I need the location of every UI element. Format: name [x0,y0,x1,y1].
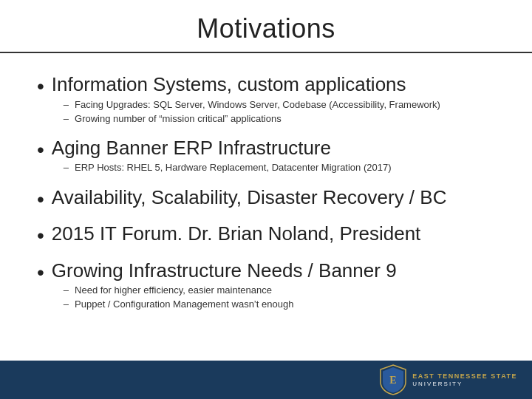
bullet-content-b3: Availability, Scalability, Disaster Reco… [52,185,447,210]
bullet-item-b5: •Growing Infrastructure Needs / Banner 9… [37,259,495,312]
slide-footer: E EAST TENNESSEE STATE UNIVERSITY [0,361,532,399]
sub-bullet-b5-0: –Need for higher efficiency, easier main… [64,284,397,297]
etsu-university-sub: UNIVERSITY [412,381,463,387]
bullet-dot-b1: • [37,74,44,99]
bullet-dot-b3: • [37,187,44,212]
bullet-content-b5: Growing Infrastructure Needs / Banner 9–… [52,259,397,312]
etsu-text: EAST TENNESSEE STATE UNIVERSITY [412,372,517,388]
bullet-item-b1: •Information Systems, custom application… [37,72,495,126]
sub-text-b5-1: Puppet / Configuration Management wasn’t… [75,298,293,311]
sub-bullets-b5: –Need for higher efficiency, easier main… [64,284,397,311]
sub-bullets-b2: –ERP Hosts: RHEL 5, Hardware Replacement… [64,161,392,174]
sub-dash-icon: – [64,162,69,173]
sub-bullet-b5-1: –Puppet / Configuration Management wasn’… [64,298,397,311]
bullet-item-b2: •Aging Banner ERP Infrastructure–ERP Hos… [37,136,495,175]
bullet-dot-b4: • [37,223,44,248]
sub-dash-icon: – [64,99,69,110]
bullet-dot-b5: • [37,260,44,285]
sub-dash-icon: – [64,299,69,310]
etsu-university-name: EAST TENNESSEE STATE [412,372,517,381]
svg-text:E: E [390,375,397,386]
slide-title: Motivations [30,13,502,44]
bullet-main-text-b3: Availability, Scalability, Disaster Reco… [52,185,447,210]
sub-bullet-b1-1: –Growing number of “mission critical” ap… [64,112,440,126]
sub-bullet-b1-0: –Facing Upgrades: SQL Server, Windows Se… [64,98,440,112]
bullet-item-b3: •Availability, Scalability, Disaster Rec… [37,185,495,212]
sub-text-b2-0: ERP Hosts: RHEL 5, Hardware Replacement,… [75,161,391,174]
sub-dash-icon: – [64,284,69,296]
bullet-main-text-b1: Information Systems, custom applications [52,72,440,97]
sub-bullets-b1: –Facing Upgrades: SQL Server, Windows Se… [64,98,440,126]
sub-text-b1-1: Growing number of “mission critical” app… [75,112,282,126]
sub-bullet-b2-0: –ERP Hosts: RHEL 5, Hardware Replacement… [64,161,392,174]
bullet-content-b1: Information Systems, custom applications… [52,72,440,126]
sub-text-b5-0: Need for higher efficiency, easier maint… [75,284,272,297]
bullet-main-text-b2: Aging Banner ERP Infrastructure [52,136,392,160]
sub-text-b1-0: Facing Upgrades: SQL Server, Windows Ser… [75,98,440,112]
bullet-content-b2: Aging Banner ERP Infrastructure–ERP Host… [52,136,392,175]
slide-header: Motivations [0,0,532,53]
bullet-main-text-b5: Growing Infrastructure Needs / Banner 9 [52,259,397,283]
bullet-main-text-b4: 2015 IT Forum. Dr. Brian Noland, Preside… [52,222,421,246]
sub-dash-icon: – [64,113,69,124]
etsu-logo: E EAST TENNESSEE STATE UNIVERSITY [380,364,517,395]
bullet-dot-b2: • [37,137,44,163]
bullet-content-b4: 2015 IT Forum. Dr. Brian Noland, Preside… [52,222,421,246]
etsu-shield-icon: E [380,364,406,395]
bullet-item-b4: •2015 IT Forum. Dr. Brian Noland, Presid… [37,222,495,248]
slide: Motivations •Information Systems, custom… [0,0,532,399]
slide-content: •Information Systems, custom application… [0,53,532,399]
